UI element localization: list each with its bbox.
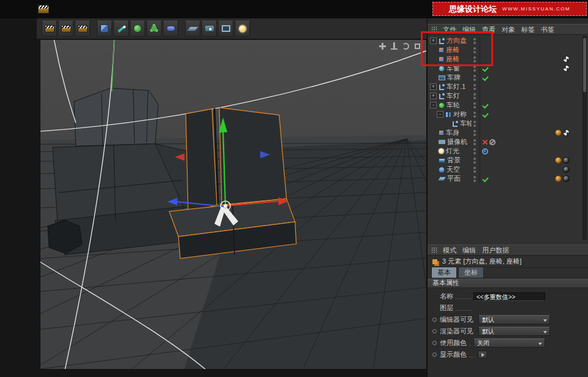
object-row[interactable]: 天空 [428,165,588,174]
visibility-dots[interactable] [472,147,480,156]
maximize-icon[interactable] [413,42,421,50]
object-row[interactable]: +车灯.1 [428,82,588,91]
object-row[interactable]: 车身 [428,128,588,137]
visibility-dots[interactable] [472,36,480,45]
object-row[interactable]: 座椅 [428,45,588,55]
keyframe-circle[interactable] [432,329,437,333]
om-menu-书签[interactable]: 书签 [538,25,557,34]
visibility-dots[interactable] [472,82,480,91]
phong-tag[interactable] [555,175,562,182]
light-button[interactable] [235,21,250,37]
visibility-dots[interactable] [472,110,480,119]
visibility-dots[interactable] [472,45,480,55]
redx-tag[interactable] [482,139,488,145]
visibility-dots[interactable] [472,137,480,147]
phong-tag[interactable] [555,129,562,136]
check-tag[interactable] [482,66,489,72]
object-row[interactable]: -车轮 [428,101,588,110]
texture-tag[interactable] [563,129,570,136]
object-label: 平面 [447,174,461,183]
dropdown[interactable]: 默认 [478,315,550,324]
tree-toggle[interactable]: + [430,93,437,99]
tab-基本[interactable]: 基本 [431,267,457,278]
om-menu-标签[interactable]: 标签 [518,25,538,34]
deformer-button[interactable] [163,21,178,37]
check-tag[interactable] [482,75,489,81]
object-row[interactable]: +方向盘 [428,36,588,45]
camera-button[interactable] [202,21,217,37]
texture-dark-tag[interactable] [563,157,570,164]
visibility-dots[interactable] [472,91,480,101]
tree-toggle[interactable]: + [430,83,437,90]
object-row[interactable]: 车牌 [428,73,588,82]
object-row[interactable]: -对称 [428,110,588,119]
object-row[interactable]: 平面 [428,174,588,183]
render-team-button[interactable] [75,21,90,37]
am-menu-模式[interactable]: 模式 [440,246,459,255]
om-menu-查看[interactable]: 查看 [479,25,499,34]
om-scroll-thumb[interactable] [583,38,586,92]
visibility-dots[interactable] [472,119,480,128]
texture-dark-tag[interactable] [563,175,570,182]
tree-toggle[interactable]: + [430,37,437,44]
check-tag[interactable] [482,102,489,109]
am-menu-编辑[interactable]: 编辑 [459,246,479,255]
subdivide-button[interactable] [130,21,145,37]
tree-toggle[interactable]: - [430,102,437,109]
seat-object[interactable] [169,108,296,259]
object-row[interactable]: 背景 [428,156,588,165]
object-row[interactable]: 车窗 [428,64,588,73]
dropdown[interactable]: 关闭 [473,338,545,348]
slash-tag[interactable] [489,139,496,145]
om-menu-对象[interactable]: 对象 [499,25,518,34]
keyframe-circle[interactable] [432,318,437,322]
texture-dark-tag[interactable] [563,166,570,173]
target-tag[interactable] [482,148,488,154]
om-menu-文件[interactable]: 文件 [440,25,459,34]
display-button[interactable] [218,21,233,37]
dropdown[interactable]: 默认 [478,327,550,336]
visibility-dots[interactable] [472,73,480,82]
am-menu-用户数据[interactable]: 用户数据 [479,246,512,255]
check-tag[interactable] [482,176,489,182]
render-settings-button[interactable] [58,21,74,37]
mograph-button[interactable] [146,21,162,37]
rotate-icon[interactable] [402,42,410,50]
visibility-dots[interactable] [472,128,480,137]
cube-button[interactable] [97,21,112,37]
texture-tag[interactable] [563,65,570,72]
om-scrollbar[interactable] [582,36,587,240]
render-view-button[interactable] [42,21,57,37]
tab-坐标[interactable]: 坐标 [458,267,484,278]
object-row[interactable]: 灯光 [428,147,588,156]
grid-handle-icon[interactable] [431,26,437,32]
am-menu-items: 模式编辑用户数据 [440,246,512,255]
visibility-dots[interactable] [472,101,480,110]
viewport-canvas[interactable] [40,40,426,369]
attr-label: 编辑器可见 [440,315,473,324]
dolly-icon[interactable] [390,42,398,50]
name-input[interactable]: <<多重数值>> [473,292,545,301]
keyframe-circle[interactable] [432,352,437,357]
visibility-dots[interactable] [472,174,480,183]
visibility-dots[interactable] [472,156,480,165]
floor-button[interactable] [185,21,200,37]
phong-tag[interactable] [555,157,562,164]
pan-icon[interactable] [379,42,386,50]
visibility-dots[interactable] [472,165,480,174]
om-menu-编辑[interactable]: 编辑 [459,25,479,34]
object-row[interactable]: 摄像机 [428,137,588,147]
check-tag[interactable] [482,112,489,118]
viewport[interactable] [40,39,427,370]
keyframe-circle[interactable] [432,341,437,345]
grid-handle-icon[interactable] [431,247,437,253]
visibility-dots[interactable] [472,64,480,73]
visibility-dots[interactable] [472,55,480,64]
expand-button[interactable] [478,351,487,359]
pen-button[interactable] [113,21,129,37]
object-row[interactable]: +车灯 [428,91,588,101]
object-row[interactable]: 座椅 [428,55,588,64]
object-row[interactable]: 车轮 [428,119,588,128]
tree-toggle[interactable]: - [437,111,443,118]
texture-tag[interactable] [563,56,570,63]
